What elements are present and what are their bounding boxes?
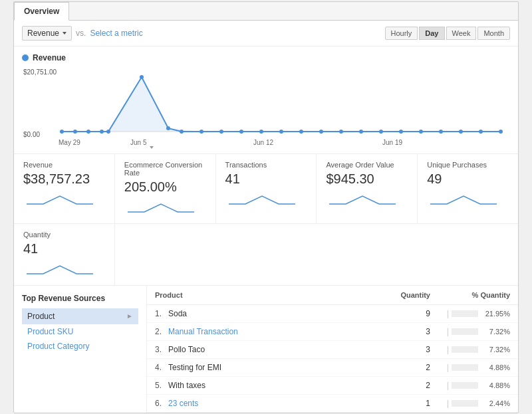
bar-separator: |: [447, 309, 449, 318]
time-controls: Hourly Day Week Month: [385, 27, 510, 40]
tab-overview[interactable]: Overview: [14, 2, 69, 21]
row-product: With taxes: [168, 381, 377, 390]
time-btn-week[interactable]: Week: [446, 27, 477, 40]
row-product: Soda: [168, 309, 377, 318]
stat-transactions-sparkline: [225, 191, 305, 207]
row-product: Testing for EMI: [168, 363, 377, 372]
product-name: With taxes: [168, 381, 205, 390]
stat-conversion-sparkline: [124, 199, 204, 215]
svg-point-5: [73, 130, 77, 134]
left-panel: Top Revenue Sources Product ► Product SK…: [14, 286, 147, 413]
product-link[interactable]: Manual Transaction: [168, 327, 238, 336]
stat-transactions-value: 41: [225, 171, 307, 187]
nav-item-sku[interactable]: Product SKU: [22, 324, 138, 339]
chart-legend: Revenue: [22, 53, 510, 62]
bottom-section: Top Revenue Sources Product ► Product SK…: [14, 286, 518, 413]
left-panel-title: Top Revenue Sources: [22, 294, 138, 303]
right-panel: Product Quantity % Quantity 1. Soda 9 | …: [147, 286, 518, 413]
nav-item-category-label: Product Category: [27, 342, 89, 351]
bar-container: [452, 346, 478, 353]
stat-quantity-sparkline: [23, 260, 103, 276]
row-num: 5.: [155, 381, 168, 390]
chart-svg: $20,751.00 $0.00: [22, 65, 511, 152]
row-quantity: 9: [377, 309, 430, 318]
pct-label: 21.95%: [481, 310, 510, 318]
row-pct-bar: | 4.88%: [430, 381, 510, 390]
svg-point-9: [140, 75, 144, 79]
table-header: Product Quantity % Quantity: [147, 286, 518, 305]
bar-separator: |: [447, 345, 449, 354]
svg-point-21: [379, 130, 383, 134]
bar-container: [452, 364, 478, 371]
legend-label: Revenue: [33, 53, 66, 62]
bar-container: [452, 400, 478, 407]
chart-area: Revenue $20,751.00 $0.00: [14, 47, 518, 154]
bar-separator: |: [447, 327, 449, 336]
metric-dropdown[interactable]: Revenue: [22, 26, 72, 41]
svg-text:Jun 19: Jun 19: [382, 139, 402, 146]
select-metric-link[interactable]: Select a metric: [90, 29, 142, 38]
svg-point-26: [479, 130, 483, 134]
stat-avg-order-sparkline: [326, 191, 406, 207]
svg-point-24: [439, 130, 443, 134]
svg-text:Jun 12: Jun 12: [253, 139, 273, 146]
row-num: 1.: [155, 309, 168, 318]
svg-marker-3: [108, 77, 201, 132]
row-quantity: 2: [377, 381, 430, 390]
nav-arrow-icon: ►: [126, 312, 133, 320]
row-quantity: 3: [377, 327, 430, 336]
stats-row-1: Revenue $38,757.23 Ecommerce Conversion …: [14, 154, 518, 224]
stat-quantity: Quantity 41: [14, 224, 115, 285]
stat-unique: Unique Purchases 49: [418, 154, 518, 223]
product-name: Soda: [168, 309, 187, 318]
row-product: Manual Transaction: [168, 327, 377, 336]
table-row: 6. 23 cents 1 | 2.44%: [147, 395, 518, 413]
metric-label: Revenue: [27, 29, 59, 38]
row-product: Pollo Taco: [168, 345, 377, 354]
time-btn-hourly[interactable]: Hourly: [385, 27, 418, 40]
table-row: 5. With taxes 2 | 4.88%: [147, 377, 518, 395]
product-name: Testing for EMI: [168, 363, 221, 372]
stat-quantity-value: 41: [23, 241, 105, 257]
svg-point-25: [459, 130, 463, 134]
chart-svg-wrapper: $20,751.00 $0.00: [22, 65, 510, 154]
product-link[interactable]: 23 cents: [168, 399, 198, 408]
stat-unique-value: 49: [427, 171, 509, 187]
nav-item-product[interactable]: Product ►: [22, 308, 138, 324]
bar-container: [452, 310, 478, 317]
svg-point-22: [399, 130, 403, 134]
nav-item-category[interactable]: Product Category: [22, 339, 138, 354]
stat-avg-order: Average Order Value $945.30: [317, 154, 418, 223]
table-body: 1. Soda 9 | 21.95% 2. Manual Transaction…: [147, 305, 518, 413]
row-num: 6.: [155, 399, 168, 408]
svg-text:Jun 5: Jun 5: [130, 139, 147, 146]
svg-point-7: [100, 130, 104, 134]
stats-row-2: Quantity 41: [14, 224, 518, 286]
table-row: 2. Manual Transaction 3 | 7.32%: [147, 323, 518, 341]
svg-point-20: [359, 130, 363, 134]
row-num: 3.: [155, 345, 168, 354]
th-pct-quantity: % Quantity: [430, 291, 510, 299]
left-controls: Revenue vs. Select a metric: [22, 26, 143, 41]
stat-conversion-value: 205.00%: [124, 179, 206, 195]
time-btn-day[interactable]: Day: [419, 27, 444, 40]
time-btn-month[interactable]: Month: [477, 27, 510, 40]
svg-point-6: [86, 130, 90, 134]
svg-point-23: [419, 130, 423, 134]
svg-point-15: [259, 130, 263, 134]
table-row: 3. Pollo Taco 3 | 7.32%: [147, 341, 518, 359]
svg-point-19: [339, 130, 343, 134]
bar-separator: |: [447, 381, 449, 390]
bar-separator: |: [447, 399, 449, 408]
row-quantity: 2: [377, 363, 430, 372]
row-pct-bar: | 4.88%: [430, 363, 510, 372]
svg-text:$20,751.00: $20,751.00: [23, 68, 57, 76]
svg-point-4: [60, 130, 64, 134]
stat-revenue: Revenue $38,757.23: [14, 154, 115, 223]
svg-point-12: [200, 130, 203, 134]
nav-item-sku-label: Product SKU: [27, 327, 73, 336]
th-product: Product: [155, 291, 377, 299]
row-pct-bar: | 7.32%: [430, 345, 510, 354]
row-num: 4.: [155, 363, 168, 372]
row-product: 23 cents: [168, 399, 377, 408]
